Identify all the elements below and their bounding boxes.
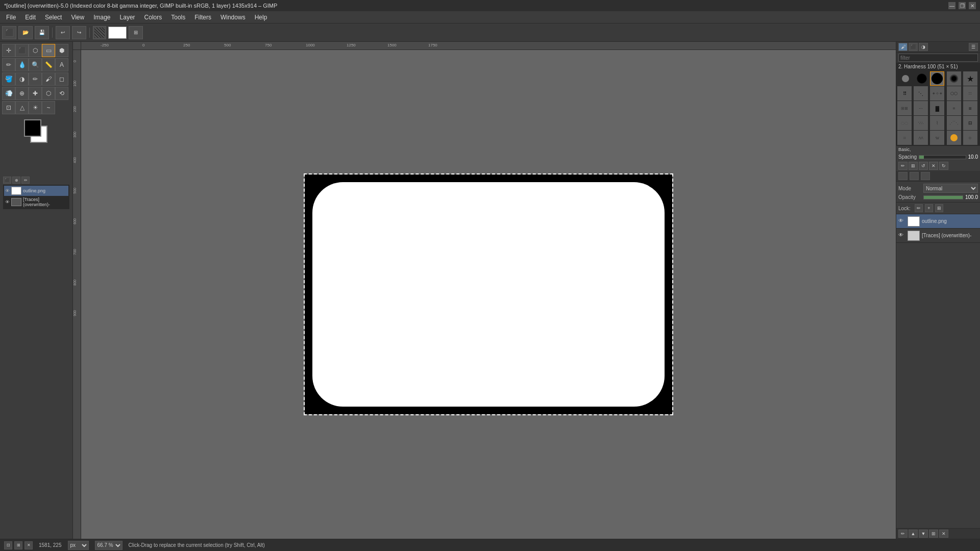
tool-airbrush[interactable]: 💨: [2, 87, 15, 100]
brush-cell[interactable]: [902, 75, 909, 82]
menu-image[interactable]: Image: [89, 13, 114, 22]
layer-eye-icon-0[interactable]: 👁: [898, 218, 905, 225]
layer-lower-button[interactable]: ▼: [919, 530, 928, 538]
tool-measure[interactable]: 📏: [42, 58, 55, 71]
tool-text[interactable]: A: [55, 58, 68, 71]
unit-select[interactable]: px mm inch: [68, 541, 89, 550]
brush-cell[interactable]: ≋: [897, 131, 912, 145]
tool-heal[interactable]: ✚: [29, 87, 42, 100]
tool-rect-select[interactable]: ▭: [42, 44, 55, 57]
layer-eye-icon-1[interactable]: 👁: [898, 232, 905, 239]
brush-cell[interactable]: ⋰⋱: [947, 116, 961, 130]
brush-cell[interactable]: ⌇: [930, 116, 944, 130]
layer-delete-button[interactable]: ✕: [939, 530, 948, 538]
brush-cell[interactable]: [947, 131, 961, 145]
tool-sharpen[interactable]: △: [15, 101, 29, 114]
menu-edit[interactable]: Edit: [21, 13, 40, 22]
toolbar-fg-color[interactable]: [108, 27, 127, 39]
brush-cell[interactable]: ⋱: [914, 86, 928, 101]
tool-pencil[interactable]: ✏: [29, 72, 42, 86]
brush-cell[interactable]: ▓: [930, 101, 944, 115]
dynamics-icon-3[interactable]: [921, 172, 930, 180]
close-button[interactable]: ✕: [969, 2, 976, 9]
layer-item-0[interactable]: 👁 outline.png: [896, 214, 980, 229]
maximize-button[interactable]: ❐: [959, 2, 966, 9]
layer-item-1[interactable]: 👁 [Traces] (overwritten)-: [896, 229, 980, 243]
quick-mask-button[interactable]: ⊡: [4, 541, 12, 549]
mode-select[interactable]: Normal Multiply Screen: [923, 184, 978, 193]
tool-perspective[interactable]: ⬡: [42, 87, 55, 100]
zoom-reset-button[interactable]: ✕: [24, 541, 33, 549]
panel-menu-button[interactable]: ☰: [969, 43, 978, 51]
menu-help[interactable]: Help: [251, 13, 272, 22]
tool-dodge[interactable]: ☀: [29, 101, 42, 114]
menu-layer[interactable]: Layer: [116, 13, 139, 22]
tool-smudge[interactable]: ~: [42, 101, 55, 114]
lock-all-button[interactable]: ⊞: [935, 204, 943, 212]
layer-raise-button[interactable]: ▲: [909, 530, 918, 538]
toolbar-open-button[interactable]: 📂: [18, 26, 33, 39]
toolbar-new-button[interactable]: ⬛: [2, 26, 16, 39]
brush-cell[interactable]: ⠿: [897, 86, 912, 101]
brush-cell[interactable]: ∷: [963, 86, 977, 101]
minimize-button[interactable]: —: [948, 2, 955, 9]
brush-refresh-button[interactable]: ↻: [939, 162, 948, 170]
toolbar-extra-button[interactable]: ⊞: [129, 26, 143, 39]
layers-tab-icon[interactable]: ⬛: [3, 177, 11, 184]
brush-edit-button[interactable]: ✏: [898, 162, 908, 170]
tool-crop[interactable]: ⊡: [2, 101, 15, 114]
brush-cell[interactable]: ◌◌: [897, 116, 912, 130]
brush-cell[interactable]: ⊟: [963, 116, 977, 130]
tool-color-pick[interactable]: 💧: [15, 58, 29, 71]
menu-windows[interactable]: Windows: [216, 13, 250, 22]
dynamics-icon-2[interactable]: [910, 172, 919, 180]
brushes-panel-tab[interactable]: 🖌: [898, 43, 908, 51]
tool-path[interactable]: ✏: [2, 58, 15, 71]
layer-new-button[interactable]: ✏: [898, 530, 908, 538]
tool-align[interactable]: ⬛: [15, 44, 29, 57]
brush-cell[interactable]: ✦✧✦: [930, 86, 944, 101]
tool-move[interactable]: ✛: [2, 44, 15, 57]
brush-cell[interactable]: ⋯: [914, 101, 928, 115]
foreground-color-swatch[interactable]: [24, 119, 41, 137]
brush-cell[interactable]: ≡: [963, 101, 977, 115]
toolbar-save-button[interactable]: 💾: [35, 26, 49, 39]
brush-delete-button[interactable]: ✕: [929, 162, 938, 170]
brush-cell[interactable]: ⊞⊠: [897, 101, 912, 115]
zoom-select[interactable]: 66.7 % 100 % 50 %: [95, 541, 122, 550]
layer-duplicate-button[interactable]: ⊞: [929, 530, 938, 538]
brush-cell[interactable]: ⠶: [947, 101, 961, 115]
menu-select[interactable]: Select: [41, 13, 66, 22]
tool-bucket[interactable]: 🪣: [2, 72, 15, 86]
menu-view[interactable]: View: [67, 13, 88, 22]
canvas-content[interactable]: [81, 50, 896, 539]
brush-cell-selected[interactable]: [930, 71, 944, 86]
brush-cell[interactable]: ∵∴: [914, 116, 928, 130]
gradients-panel-tab[interactable]: ◑: [919, 43, 928, 51]
brush-cell[interactable]: [917, 73, 927, 84]
tool-eraser[interactable]: ◻: [55, 72, 68, 86]
channels-tab-icon[interactable]: ⊕: [12, 177, 20, 184]
brush-cell[interactable]: ⬡⬡: [947, 86, 961, 101]
dynamics-icon-1[interactable]: [898, 172, 908, 180]
brush-cell[interactable]: [947, 71, 961, 86]
brush-cell[interactable]: \\/: [930, 131, 944, 145]
brush-cell[interactable]: /\/\: [914, 131, 928, 145]
brush-new-button[interactable]: ↺: [919, 162, 928, 170]
menu-file[interactable]: File: [2, 13, 20, 22]
tool-fuzzy-select[interactable]: ⬢: [55, 44, 68, 57]
tool-transform[interactable]: ⟲: [55, 87, 68, 100]
tool-blend[interactable]: ◑: [15, 72, 29, 86]
brushes-filter-input[interactable]: [898, 54, 978, 62]
brush-cell[interactable]: ⊗: [963, 131, 977, 145]
menu-filters[interactable]: Filters: [190, 13, 215, 22]
toolbar-redo-button[interactable]: ↪: [72, 26, 86, 39]
brush-cell[interactable]: ★: [963, 71, 977, 86]
menu-colors[interactable]: Colors: [140, 13, 166, 22]
brush-duplicate-button[interactable]: ⊞: [909, 162, 918, 170]
menu-tools[interactable]: Tools: [167, 13, 189, 22]
tool-free-select[interactable]: ⬡: [29, 44, 42, 57]
lock-position-button[interactable]: +: [925, 204, 933, 212]
tool-zoom[interactable]: 🔍: [29, 58, 42, 71]
tool-clone[interactable]: ⊕: [15, 87, 29, 100]
